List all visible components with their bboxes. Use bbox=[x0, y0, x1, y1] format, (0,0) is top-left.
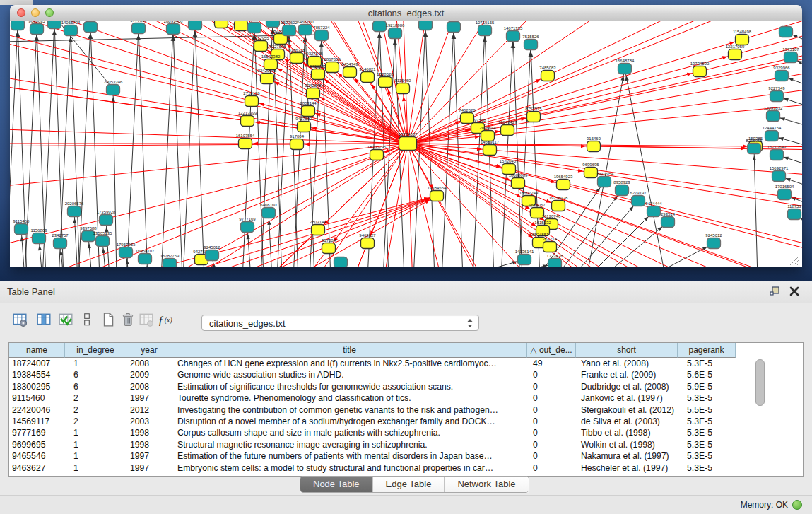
graph-node[interactable] bbox=[241, 116, 254, 127]
tab-edge-table[interactable]: Edge Table bbox=[373, 477, 445, 492]
graph-node[interactable] bbox=[748, 144, 761, 154]
tab-network-table[interactable]: Network Table bbox=[445, 477, 528, 492]
new-table-icon[interactable] bbox=[98, 310, 118, 331]
table-row[interactable]: 946554611997Estimation of the future num… bbox=[9, 450, 803, 462]
graph-node[interactable] bbox=[512, 178, 525, 189]
graph-node[interactable] bbox=[299, 25, 312, 35]
graph-node[interactable] bbox=[261, 74, 274, 84]
column-header-short[interactable]: short bbox=[576, 343, 678, 358]
graph-node[interactable] bbox=[48, 21, 61, 29]
graph-node[interactable] bbox=[245, 96, 259, 107]
network-canvas[interactable]: 1872400776638229860123891295518226058912… bbox=[10, 21, 802, 267]
table-scrollbar-thumb[interactable] bbox=[755, 359, 765, 406]
graph-node[interactable] bbox=[312, 69, 325, 80]
tab-node-table[interactable]: Node Table bbox=[300, 477, 373, 492]
graph-node[interactable] bbox=[784, 52, 798, 63]
graph-node[interactable] bbox=[524, 40, 538, 50]
graph-node[interactable] bbox=[100, 215, 113, 226]
graph-node[interactable] bbox=[254, 41, 268, 52]
graph-node[interactable] bbox=[373, 21, 387, 32]
graph-node[interactable] bbox=[96, 236, 110, 247]
graph-node[interactable] bbox=[33, 233, 46, 244]
graph-node[interactable] bbox=[541, 71, 555, 81]
graph-node[interactable] bbox=[447, 22, 461, 33]
graph-node[interactable] bbox=[778, 189, 792, 200]
graph-node[interactable] bbox=[283, 25, 296, 36]
graph-node[interactable] bbox=[557, 180, 570, 190]
graph-node[interactable] bbox=[461, 113, 474, 124]
graph-node[interactable] bbox=[30, 24, 44, 35]
table-row[interactable]: 1456911722003Disruption of a novel membe… bbox=[9, 416, 803, 427]
graph-node[interactable] bbox=[707, 238, 721, 249]
graph-node[interactable] bbox=[84, 22, 98, 33]
graph-node[interactable] bbox=[693, 66, 707, 77]
graph-node[interactable] bbox=[527, 112, 541, 122]
graph-node[interactable] bbox=[399, 137, 417, 151]
graph-node[interactable] bbox=[598, 177, 611, 187]
graph-node[interactable] bbox=[772, 171, 786, 182]
graph-node[interactable] bbox=[298, 122, 311, 132]
graph-node[interactable] bbox=[770, 91, 784, 102]
graph-node[interactable] bbox=[430, 191, 444, 201]
graph-node[interactable] bbox=[54, 238, 67, 249]
graph-node[interactable] bbox=[139, 254, 152, 264]
table-row[interactable]: 1830029562008Estimation of significance … bbox=[9, 381, 803, 392]
minimize-traffic-light-icon[interactable] bbox=[31, 8, 40, 17]
graph-node[interactable] bbox=[507, 31, 520, 42]
rows-icon[interactable] bbox=[77, 310, 97, 331]
table-row[interactable]: 2242004622012Investigating the contribut… bbox=[9, 404, 803, 416]
graph-node[interactable] bbox=[107, 85, 120, 95]
graph-node[interactable] bbox=[334, 257, 348, 268]
graph-node[interactable] bbox=[389, 28, 402, 39]
graph-node[interactable] bbox=[548, 259, 562, 268]
graph-node[interactable] bbox=[361, 238, 375, 249]
graph-node[interactable] bbox=[543, 242, 557, 252]
graph-node[interactable] bbox=[767, 111, 780, 122]
graph-node[interactable] bbox=[616, 185, 629, 196]
float-panel-icon[interactable] bbox=[768, 285, 781, 298]
graph-node[interactable] bbox=[618, 64, 632, 74]
graph-node[interactable] bbox=[370, 150, 384, 160]
column-header-name[interactable]: name bbox=[9, 343, 65, 358]
graph-node[interactable] bbox=[343, 67, 357, 78]
graph-node[interactable] bbox=[501, 125, 514, 136]
graph-node[interactable] bbox=[239, 139, 252, 149]
graph-node[interactable] bbox=[736, 35, 749, 45]
graph-node[interactable] bbox=[302, 106, 315, 117]
table-row[interactable]: 1938455462009Genome-wide association stu… bbox=[9, 369, 803, 380]
graph-node[interactable] bbox=[770, 150, 784, 160]
table-scrollbar[interactable] bbox=[755, 358, 765, 472]
graph-node[interactable] bbox=[64, 25, 78, 36]
close-panel-icon[interactable] bbox=[788, 285, 801, 298]
graph-node[interactable] bbox=[483, 145, 497, 156]
zoom-traffic-light-icon[interactable] bbox=[45, 8, 54, 17]
graph-node[interactable] bbox=[235, 21, 248, 31]
graph-node[interactable] bbox=[307, 88, 320, 99]
graph-node[interactable] bbox=[322, 243, 336, 254]
graph-node[interactable] bbox=[647, 206, 661, 217]
column-header-title[interactable]: title bbox=[172, 343, 527, 358]
table-row[interactable]: 969969511998Structural magnetic resonanc… bbox=[9, 439, 803, 450]
graph-node[interactable] bbox=[775, 71, 789, 81]
resize-grip-icon[interactable] bbox=[790, 257, 799, 265]
graph-node[interactable] bbox=[788, 209, 801, 220]
column-header-in_degree[interactable]: in_degree bbox=[65, 343, 126, 358]
graph-node[interactable] bbox=[779, 27, 793, 37]
graph-node[interactable] bbox=[266, 21, 280, 28]
graph-node[interactable] bbox=[661, 217, 675, 228]
delete-table-icon[interactable] bbox=[118, 310, 138, 331]
graph-node[interactable] bbox=[379, 77, 392, 88]
graph-node[interactable] bbox=[206, 250, 219, 261]
node-table[interactable]: namein_degreeyeartitle△ out_de...shortpa… bbox=[8, 342, 804, 477]
graph-node[interactable] bbox=[361, 72, 375, 83]
window-titlebar[interactable]: citations_edges.txt bbox=[10, 5, 802, 21]
column-header-out_de[interactable]: △ out_de... bbox=[527, 343, 576, 358]
graph-node[interactable] bbox=[163, 259, 177, 268]
graph-node[interactable] bbox=[15, 224, 28, 235]
graph-node[interactable] bbox=[189, 21, 202, 30]
graph-node[interactable] bbox=[215, 21, 228, 28]
column-header-pagerank[interactable]: pagerank bbox=[678, 343, 736, 358]
table-row[interactable]: 911546021997Tourette syndrome. Phenomeno… bbox=[9, 392, 803, 404]
graph-node[interactable] bbox=[248, 23, 261, 33]
graph-node[interactable] bbox=[68, 206, 81, 217]
